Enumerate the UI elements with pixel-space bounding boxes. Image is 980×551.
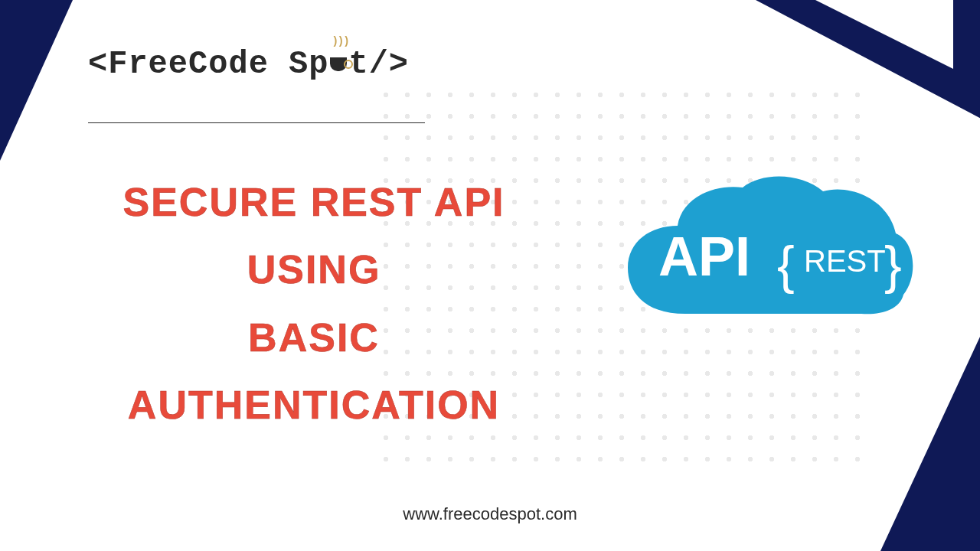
footer-url: www.freecodespot.com [0,504,980,524]
svg-text:{: { [777,236,795,294]
logo-prefix: <FreeCode Sp [88,46,328,83]
logo-divider [88,122,425,123]
headline-block: Secure REST API USING Basic Authenticati… [77,168,551,439]
corner-top-left-triangle [0,0,73,161]
cloud-rest-text: REST [804,244,886,278]
coffee-cup-icon: ))) [328,46,348,83]
headline-line-1: Secure REST API [77,168,551,236]
cloud-api-text: API [658,226,750,287]
svg-text:}: } [884,236,902,294]
headline-line-2: USING [77,236,551,303]
headline-line-3: Basic Authentication [77,304,551,439]
logo-suffix: t/> [348,46,409,83]
api-rest-cloud-icon: API { REST } [612,176,919,352]
brand-logo: <FreeCode Sp)))t/> [88,46,409,83]
